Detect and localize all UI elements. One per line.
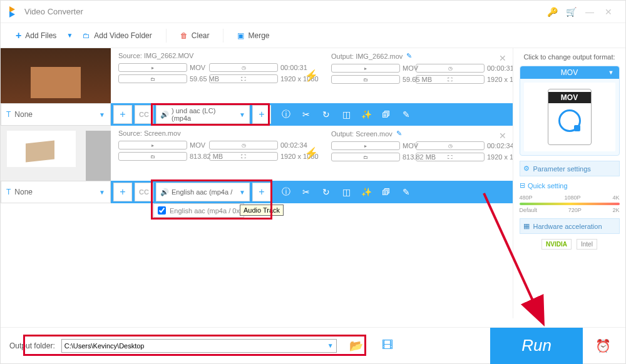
media-item: Source: Screen.mov ▸MOV ◷00:02:34 🗀813.8… bbox=[1, 126, 513, 203]
output-format-panel: Click to change output format: MOV▼ MOV … bbox=[513, 48, 625, 318]
audio-track-option[interactable]: English aac (mp4a / 0x bbox=[153, 203, 244, 218]
out-duration-value: 00:02:34 bbox=[487, 142, 513, 149]
toolbar: +Add Files ▼ 🗀Add Video Folder 🗑Clear ▣M… bbox=[1, 23, 625, 48]
intel-badge: Intel bbox=[577, 239, 597, 250]
run-button[interactable]: Run bbox=[490, 328, 583, 364]
audio-track-select[interactable]: 🔊) und aac (LC) (mp4a▼ bbox=[156, 105, 250, 124]
add-audio-button[interactable]: + bbox=[252, 105, 271, 124]
cc-button[interactable]: CC bbox=[135, 105, 153, 124]
output-label: Output: IMG_2662.mov bbox=[331, 53, 403, 60]
add-files-label: Add Files bbox=[25, 31, 56, 40]
add-files-button[interactable]: +Add Files bbox=[9, 27, 63, 44]
open-folder-icon[interactable]: 📂 bbox=[343, 339, 369, 353]
minimize-icon[interactable]: — bbox=[580, 7, 599, 17]
info-icon[interactable]: ⓘ bbox=[276, 109, 296, 120]
alarm-icon[interactable]: ⏰ bbox=[589, 328, 617, 364]
output-folder-label: Output folder: bbox=[9, 341, 55, 350]
merge-button[interactable]: ▣Merge bbox=[231, 28, 275, 43]
thumbnail[interactable] bbox=[1, 126, 111, 181]
item-controls: TNone▼ + CC 🔊) und aac (LC) (mp4a▼ + ⓘ ✂… bbox=[1, 103, 513, 126]
rotate-icon[interactable]: ↻ bbox=[316, 109, 336, 119]
app-logo-icon bbox=[8, 6, 19, 18]
nvidia-badge: NVIDIA bbox=[541, 239, 572, 250]
effects-icon[interactable]: ✨ bbox=[356, 109, 376, 119]
clock-icon: ◷ bbox=[209, 63, 278, 72]
app-title: Video Converter bbox=[24, 7, 83, 16]
audio-value: ) und aac (LC) (mp4a bbox=[172, 107, 237, 122]
q-2k: 2K bbox=[612, 207, 619, 213]
chevron-down-icon: ▼ bbox=[99, 189, 105, 196]
thumbnail[interactable] bbox=[1, 48, 111, 103]
remove-item-icon[interactable]: ✕ bbox=[499, 53, 506, 63]
clear-label: Clear bbox=[192, 31, 210, 40]
chevron-down-icon: ▼ bbox=[239, 189, 245, 196]
info-icon[interactable]: ⓘ bbox=[276, 186, 296, 198]
speaker-icon: 🔊 bbox=[160, 188, 169, 196]
q-1080p: 1080P bbox=[564, 195, 580, 201]
titlebar: Video Converter 🔑 🛒 — ✕ bbox=[1, 1, 625, 23]
quicktime-icon bbox=[558, 109, 581, 132]
bottom-bar: Output folder: C:\Users\Kevincy\Desktop▼… bbox=[1, 327, 625, 363]
out-resolution-value: 1920 x 1080 bbox=[487, 153, 513, 161]
format-name: MOV bbox=[561, 68, 578, 77]
clear-button[interactable]: 🗑Clear bbox=[174, 28, 216, 43]
parameter-settings-button[interactable]: ⚙Parameter settings bbox=[520, 161, 620, 176]
remove-item-icon[interactable]: ✕ bbox=[499, 131, 506, 141]
out-duration-value: 00:00:31 bbox=[487, 64, 513, 72]
rotate-icon[interactable]: ↻ bbox=[316, 187, 336, 197]
audio-track-select[interactable]: 🔊English aac (mp4a /▼ bbox=[156, 183, 250, 201]
chevron-down-icon[interactable]: ▼ bbox=[66, 32, 73, 39]
add-audio-button[interactable]: + bbox=[252, 183, 271, 201]
folder-icon: 🗀 bbox=[118, 74, 187, 83]
run-label: Run bbox=[521, 336, 552, 355]
sliders-icon: ⚙ bbox=[523, 164, 530, 173]
param-label: Parameter settings bbox=[533, 165, 591, 173]
edit-name-icon[interactable]: ✎ bbox=[406, 52, 412, 60]
resolution-icon: ⛶ bbox=[416, 153, 485, 161]
out-resolution-value: 1920 x 1080 bbox=[487, 76, 513, 83]
output-folder-input[interactable]: C:\Users\Kevincy\Desktop▼ bbox=[61, 339, 337, 353]
audio-option-checkbox[interactable] bbox=[158, 206, 166, 215]
key-icon[interactable]: 🔑 bbox=[543, 7, 562, 17]
edit-name-icon[interactable]: ✎ bbox=[396, 129, 402, 138]
cc-button[interactable]: CC bbox=[135, 183, 153, 201]
folder-icon: 🗀 bbox=[331, 153, 400, 161]
subtitle-value: None bbox=[14, 110, 33, 119]
cart-icon[interactable]: 🛒 bbox=[562, 7, 580, 17]
format-icon: ▸ bbox=[331, 64, 400, 73]
subtitle-edit-icon[interactable]: ✎ bbox=[396, 187, 416, 197]
resolution-icon: ⛶ bbox=[209, 74, 278, 83]
hw-label: Hardware acceleration bbox=[533, 223, 602, 230]
cut-icon[interactable]: ✂ bbox=[296, 187, 316, 197]
close-icon[interactable]: ✕ bbox=[599, 7, 618, 17]
quick-setting-label[interactable]: Quick setting bbox=[520, 181, 568, 190]
effects-icon[interactable]: ✨ bbox=[356, 187, 376, 197]
format-card[interactable]: MOV▼ MOV bbox=[520, 66, 620, 156]
hardware-accel-button[interactable]: ▦Hardware acceleration bbox=[520, 218, 620, 234]
subtitle-select[interactable]: TNone▼ bbox=[1, 103, 111, 126]
crop-icon[interactable]: ◫ bbox=[336, 109, 356, 119]
bolt-icon: ⚡ bbox=[304, 69, 318, 83]
quality-slider[interactable]: 480P1080P4K Default720P2K bbox=[520, 195, 620, 213]
film-icon[interactable]: 🎞 bbox=[376, 339, 399, 352]
watermark-icon[interactable]: 🗊 bbox=[376, 109, 396, 119]
cut-icon[interactable]: ✂ bbox=[296, 109, 316, 119]
format-icon: ▸ bbox=[118, 141, 187, 149]
add-folder-button[interactable]: 🗀Add Video Folder bbox=[76, 28, 158, 43]
format-band-label: MOV bbox=[548, 92, 591, 103]
resolution-icon: ⛶ bbox=[209, 152, 278, 161]
subtitle-select[interactable]: TNone▼ bbox=[1, 181, 111, 203]
watermark-icon[interactable]: 🗊 bbox=[376, 187, 396, 197]
clock-icon: ◷ bbox=[209, 141, 278, 149]
add-subtitle-button[interactable]: + bbox=[113, 105, 132, 124]
q-4k: 4K bbox=[612, 195, 619, 201]
clock-icon: ◷ bbox=[416, 64, 485, 73]
subtitle-value: None bbox=[14, 188, 33, 196]
add-subtitle-button[interactable]: + bbox=[113, 183, 132, 201]
source-label: Source: Screen.mov bbox=[118, 129, 291, 137]
crop-icon[interactable]: ◫ bbox=[336, 187, 356, 197]
item-controls: TNone▼ + CC 🔊English aac (mp4a /▼ + ⓘ ✂ … bbox=[1, 181, 513, 203]
merge-label: Merge bbox=[248, 31, 269, 40]
mov-file-icon: MOV bbox=[548, 89, 592, 145]
subtitle-edit-icon[interactable]: ✎ bbox=[396, 109, 416, 119]
